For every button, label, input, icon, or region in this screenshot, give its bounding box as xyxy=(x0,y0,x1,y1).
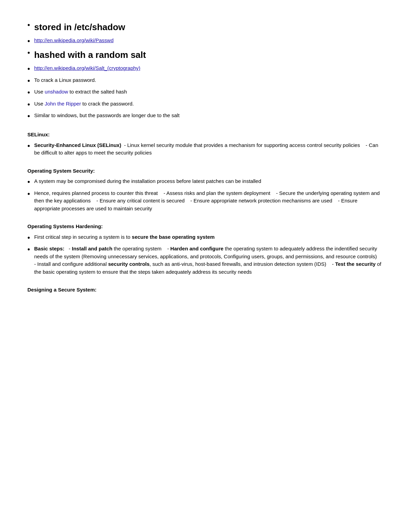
item-text-john: Use John the Ripper to crack the passwor… xyxy=(34,100,134,108)
list-item-os-hence: • Hence, requires planned process to cou… xyxy=(27,189,384,213)
bullet-dot: • xyxy=(27,21,30,29)
item-text-hashed: hashed with a random salt xyxy=(34,48,146,62)
list-item-salt-link: • http://en.wikipedia.org/wiki/Salt_(cry… xyxy=(27,64,384,73)
os-security-list: • A system may be compromised during the… xyxy=(27,177,384,212)
section-title-os-hardening: Operating Systems Hardening: xyxy=(27,223,384,231)
list-item-passwd: • http://en.wikipedia.org/wiki/Passwd xyxy=(27,37,384,46)
bullet-dot: • xyxy=(27,100,30,109)
section-selinux: SELinux: • Security-Enhanced Linux (SELi… xyxy=(27,131,384,157)
section-title-os-security: Operating System Security: xyxy=(27,167,384,175)
bullet-dot: • xyxy=(27,64,30,73)
list-item-stored: • stored in /etc/shadow xyxy=(27,21,384,34)
bullet-dot: • xyxy=(27,88,30,97)
bullet-dot: • xyxy=(27,112,30,121)
link-unshadow[interactable]: unshadow xyxy=(45,89,68,95)
bullet-dot: • xyxy=(27,37,30,46)
list-item-similar: • Similar to windows, but the passwords … xyxy=(27,112,384,121)
item-text-os-compromised: A system may be compromised during the i… xyxy=(34,177,261,185)
bullet-dot: • xyxy=(27,233,30,242)
item-text-crack: To crack a Linux password. xyxy=(34,76,96,84)
link-passwd[interactable]: http://en.wikipedia.org/wiki/Passwd xyxy=(34,37,114,45)
hardening-bold-security: security controls xyxy=(108,261,150,267)
hardening-bold-install: Install and patch xyxy=(72,246,112,251)
list-item-hardening-first: • First critical step in securing a syst… xyxy=(27,233,384,242)
list-item-hardening-basic: • Basic steps: - Install and patch the o… xyxy=(27,245,384,276)
section-title-selinux: SELinux: xyxy=(27,131,384,139)
selinux-list: • Security-Enhanced Linux (SELinux) - Li… xyxy=(27,141,384,157)
hardening-bold-test: Test the security xyxy=(335,261,375,267)
list-item-selinux-desc: • Security-Enhanced Linux (SELinux) - Li… xyxy=(27,141,384,157)
item-text-selinux: Security-Enhanced Linux (SELinux) - Linu… xyxy=(34,141,384,157)
top-bullet-list: • stored in /etc/shadow • http://en.wiki… xyxy=(27,21,384,121)
section-os-hardening: Operating Systems Hardening: • First cri… xyxy=(27,223,384,276)
list-item-hashed: • hashed with a random salt xyxy=(27,48,384,62)
hardening-bold-base: secure the base operating system xyxy=(132,234,215,240)
link-john[interactable]: John the Ripper xyxy=(45,101,81,107)
os-hardening-list: • First critical step in securing a syst… xyxy=(27,233,384,276)
item-text-hardening-first: First critical step in securing a system… xyxy=(34,233,215,241)
list-item-john: • Use John the Ripper to crack the passw… xyxy=(27,100,384,109)
hardening-bold-harden: Harden and configure xyxy=(170,246,223,251)
bullet-dot: • xyxy=(27,76,30,85)
section-designing: Designing a Secure System: xyxy=(27,286,384,294)
item-text-stored: stored in /etc/shadow xyxy=(34,21,125,34)
bullet-dot: • xyxy=(27,189,30,198)
item-text-unshadow: Use unshadow to extract the salted hash xyxy=(34,88,127,96)
section-title-designing: Designing a Secure System: xyxy=(27,286,384,294)
list-item-unshadow: • Use unshadow to extract the salted has… xyxy=(27,88,384,97)
item-text-os-hence: Hence, requires planned process to count… xyxy=(34,189,384,213)
hardening-bold-steps: Basic steps: xyxy=(34,246,64,251)
section-os-security: Operating System Security: • A system ma… xyxy=(27,167,384,212)
item-text-similar: Similar to windows, but the passwords ar… xyxy=(34,112,179,120)
list-item-crack: • To crack a Linux password. xyxy=(27,76,384,85)
link-salt[interactable]: http://en.wikipedia.org/wiki/Salt_(crypt… xyxy=(34,64,140,72)
selinux-bold: Security-Enhanced Linux (SELinux) xyxy=(34,142,121,148)
bullet-dot: • xyxy=(27,141,30,150)
bullet-dot: • xyxy=(27,48,30,57)
bullet-dot: • xyxy=(27,177,30,186)
item-text-hardening-basic: Basic steps: - Install and patch the ope… xyxy=(34,245,384,276)
list-item-os-compromised: • A system may be compromised during the… xyxy=(27,177,384,186)
bullet-dot: • xyxy=(27,245,30,254)
